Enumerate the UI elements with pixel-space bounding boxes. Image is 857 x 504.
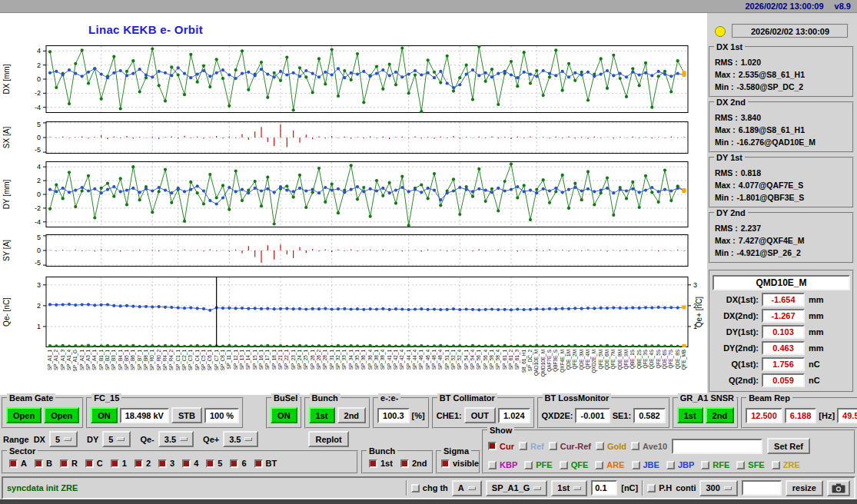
svg-text:SP_22_1: SP_22_1: [284, 350, 290, 370]
checkbox-indicator: [230, 459, 238, 468]
show-gold-checkbox[interactable]: Gold: [596, 442, 626, 451]
show-checkboxes: CurRefCur-RefGoldAve10: [488, 442, 667, 451]
threshold-input[interactable]: [591, 480, 617, 496]
interval-select-menu[interactable]: 300: [699, 480, 737, 496]
beam-gate-open[interactable]: Open: [6, 407, 42, 423]
region-kbp-checkbox[interactable]: KBP: [488, 460, 517, 469]
checkbox-indicator: [411, 484, 420, 492]
region-sfe-checkbox[interactable]: SFE: [736, 460, 764, 469]
svg-text:SP_B2_1: SP_B2_1: [105, 350, 111, 370]
bunch-2nd[interactable]: 2nd: [337, 407, 367, 423]
fc-15-stb[interactable]: STB: [171, 407, 202, 423]
region-zre-checkbox[interactable]: ZRE: [772, 460, 800, 469]
bunch-1st-checkbox[interactable]: 1st: [369, 459, 393, 468]
sector-3-checkbox[interactable]: 3: [158, 459, 174, 468]
sector-c-checkbox[interactable]: C: [85, 459, 103, 468]
sector-a-checkbox[interactable]: A: [9, 459, 27, 468]
gr-a1-snsr-2nd[interactable]: 2nd: [706, 407, 735, 423]
svg-text:QFE_MB: QFE_MB: [681, 350, 687, 370]
sector-b-checkbox[interactable]: B: [35, 459, 52, 468]
fc-15-on[interactable]: ON: [91, 407, 118, 423]
svg-text:0: 0: [37, 191, 41, 198]
svg-text:QDE_8S: QDE_8S: [675, 350, 681, 369]
checkbox-indicator: [158, 459, 167, 468]
sector-4-checkbox[interactable]: 4: [182, 459, 198, 468]
sector-2-checkbox[interactable]: 2: [135, 459, 151, 468]
region-jbe-checkbox[interactable]: JBE: [632, 460, 659, 469]
bpm-select-menu[interactable]: SP_A1_G: [486, 480, 548, 496]
resize-button[interactable]: resize: [786, 480, 823, 496]
checkbox-indicator: [369, 459, 377, 468]
sector-select-menu[interactable]: A: [452, 480, 482, 496]
page-title: Linac KEKB e- Orbit: [88, 23, 203, 36]
checkbox-indicator: [632, 461, 640, 469]
statusbar-input[interactable]: [742, 480, 782, 496]
ph-checkbox[interactable]: P.H: [647, 483, 672, 492]
menu-indicator: [468, 486, 476, 490]
show-group: Show CurRefCur-RefGoldAve10 Set Ref KBPP…: [482, 429, 855, 474]
menu-indicator: [64, 437, 71, 441]
svg-text:QFE_5S: QFE_5S: [656, 350, 662, 369]
svg-text:SP_38_4: SP_38_4: [380, 350, 386, 370]
svg-text:QFE_9M: QFE_9M: [623, 350, 629, 370]
readout-header: 2026/02/02 13:00:09: [715, 24, 855, 38]
sector-6-checkbox[interactable]: 6: [230, 459, 246, 468]
show-ref-checkbox[interactable]: Ref: [519, 442, 544, 451]
svg-text:-2: -2: [35, 204, 41, 212]
region-jbp-checkbox[interactable]: JBP: [666, 460, 694, 469]
range-qe-menu[interactable]: 3.5: [223, 431, 258, 447]
svg-text:SP_46_4: SP_46_4: [425, 350, 431, 370]
group-content: OpenOpen: [3, 399, 82, 427]
stat-group-title: DY 1st: [714, 153, 745, 162]
svg-text:SP_24_1: SP_24_1: [297, 350, 303, 370]
range-qe-menu[interactable]: 3.5: [158, 431, 194, 447]
stat-row: RMS :1.020: [715, 56, 848, 68]
svg-text:SP_51_1: SP_51_1: [444, 350, 450, 370]
sector-r-checkbox[interactable]: R: [60, 459, 78, 468]
show-cur-checkbox[interactable]: Cur: [488, 442, 514, 451]
plot-q: 332211Qe- [nC]Qe+ [nC]: [0, 277, 706, 347]
stat-group-title: DX 1st: [714, 42, 745, 51]
bunch-2nd-checkbox[interactable]: 2nd: [400, 459, 427, 468]
bunch-select-menu[interactable]: 1st: [551, 480, 587, 496]
svg-text:SP_61_2: SP_61_2: [508, 350, 514, 370]
range-dx-menu[interactable]: 5: [49, 431, 78, 447]
show-cur-ref-checkbox[interactable]: Cur-Ref: [549, 442, 591, 451]
group-bt-lossmonitor: BT LossMonitorQXD2E:-0.001SE1:0.582: [537, 397, 670, 429]
plot-dy: 420-2-4DY [mm]: [0, 161, 706, 227]
range-dy-menu[interactable]: 5: [102, 431, 131, 447]
ref-name-input[interactable]: [672, 439, 762, 454]
sector-5-checkbox[interactable]: 5: [206, 459, 222, 468]
sigma-visible-checkbox[interactable]: visible: [441, 459, 479, 468]
chg-th-checkbox[interactable]: chg th: [411, 483, 448, 492]
bpm-row: DY(1st):0.103mm: [713, 325, 850, 339]
checkbox-indicator: [441, 459, 450, 468]
region-qfe-checkbox[interactable]: QFE: [560, 460, 589, 469]
bpm-value: 0.059: [762, 373, 805, 387]
svg-text:-4: -4: [35, 218, 41, 226]
region-rfe-checkbox[interactable]: RFE: [701, 460, 729, 469]
svg-text:2: 2: [37, 302, 41, 310]
checkbox-indicator: [206, 459, 214, 468]
show-ave10-checkbox[interactable]: Ave10: [631, 442, 667, 451]
status-groups-row: Beam GateOpenOpenFC_15ON18.498 kVSTB100 …: [2, 397, 857, 429]
menu-indicator: [117, 437, 125, 441]
sector-1-checkbox[interactable]: 1: [111, 459, 127, 468]
bt-collimator-out[interactable]: OUT: [464, 407, 496, 423]
busel-on[interactable]: ON: [271, 407, 297, 423]
menu-indicator: [573, 486, 581, 490]
camera-icon: [832, 483, 845, 493]
gr-a1-snsr-1st[interactable]: 1st: [677, 407, 703, 423]
region-pfe-checkbox[interactable]: PFE: [524, 460, 552, 469]
svg-text:SP_54_1: SP_54_1: [463, 350, 470, 370]
beam-gate-open[interactable]: Open: [44, 407, 79, 423]
region-are-checkbox[interactable]: ARE: [595, 460, 624, 469]
group-fc-15: FC_15ON18.498 kVSTB100 %: [86, 397, 244, 429]
bunch-1st[interactable]: 1st: [309, 407, 335, 423]
sector-bt-checkbox[interactable]: BT: [254, 459, 277, 468]
set-ref-button[interactable]: Set Ref: [767, 438, 810, 454]
replot-button[interactable]: Replot: [308, 431, 348, 447]
svg-text:QMD10E_M: QMD10E_M: [540, 350, 546, 376]
bunch-group-label: Bunch: [367, 446, 397, 456]
camera-snapshot-button[interactable]: [827, 480, 850, 496]
